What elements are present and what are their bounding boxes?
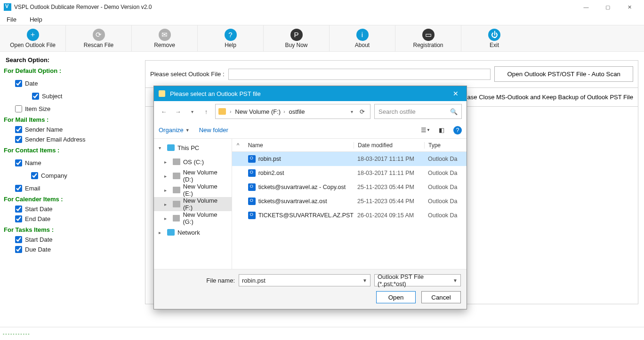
nav-up-button[interactable]: ↑: [201, 106, 211, 117]
nav-history-button[interactable]: ▾: [187, 106, 197, 117]
menu-help[interactable]: Help: [27, 15, 45, 24]
open-button[interactable]: Open: [376, 291, 416, 303]
cancel-button[interactable]: Cancel: [421, 291, 461, 303]
chk-company[interactable]: Company: [31, 172, 67, 179]
toolbar-remove[interactable]: ✉Remove: [132, 25, 198, 51]
toolbar-label: Registration: [413, 42, 443, 48]
dialog-close-button[interactable]: ✕: [450, 90, 462, 97]
toolbar-open-outlook-file[interactable]: ＋Open Outlook File: [0, 25, 66, 51]
tree-arrow-icon: ▸: [159, 230, 164, 235]
file-type: Outlook Da: [424, 184, 467, 190]
titlebar: VSPL Outlook Dublicate Remover - Demo Ve…: [0, 0, 644, 14]
chk-subject[interactable]: Subject: [32, 93, 62, 100]
menubar: File Help: [0, 14, 644, 25]
file-row[interactable]: robin.pst18-03-2017 11:11 PMOutlook Da: [232, 152, 467, 166]
new-folder-button[interactable]: New folder: [199, 127, 228, 134]
col-date[interactable]: Date modified: [354, 142, 424, 149]
group-task: For Tasks Items :: [4, 226, 136, 233]
menu-file[interactable]: File: [4, 15, 19, 24]
tree-item[interactable]: ▸Network: [154, 225, 232, 239]
search-icon: 🔍: [450, 108, 458, 115]
filetype-select[interactable]: Outlook PST File (*.pst;*ost)▼: [374, 274, 461, 286]
chk-cal-start[interactable]: Start Date: [15, 206, 136, 213]
chk-sender-email[interactable]: Sender Email Address: [15, 136, 136, 143]
chk-name[interactable]: Name: [15, 159, 41, 166]
auto-scan-button[interactable]: Open Outlook PST/OST File - Auto Scan: [494, 66, 633, 82]
organize-menu[interactable]: Organize ▼: [159, 127, 190, 134]
dialog-titlebar: Please select an Outlook PST file ✕: [154, 86, 467, 101]
file-row[interactable]: robin2.ost18-03-2017 11:11 PMOutlook Da: [232, 166, 467, 180]
toolbar: ＋Open Outlook File⟳Rescan File✉Remove?He…: [0, 25, 644, 52]
filename-label: File name:: [160, 277, 235, 284]
toolbar-label: Rescan File: [84, 42, 113, 48]
drive-icon: [173, 158, 180, 165]
tree-item[interactable]: ▸New Volume (F:): [154, 197, 232, 211]
toolbar-registration[interactable]: ▭Registration: [395, 25, 461, 51]
toolbar-about[interactable]: iAbout: [330, 25, 395, 51]
col-name[interactable]: Name: [244, 142, 354, 149]
minimize-button[interactable]: —: [575, 0, 597, 14]
file-row[interactable]: TICKETS@SUVARTRAVEL.AZ.PST26-01-2024 09:…: [232, 208, 467, 222]
col-type[interactable]: Type: [424, 142, 467, 149]
chevron-down-icon[interactable]: ▾: [351, 109, 353, 114]
file-row[interactable]: tickets@suvartravel.az.ost25-11-2023 05:…: [232, 194, 467, 208]
chevron-icon: ›: [230, 109, 231, 114]
breadcrumb[interactable]: › New Volume (F:)› ostfile ▾ ⟳: [215, 104, 370, 119]
file-type: Outlook Da: [424, 212, 467, 219]
toolbar-icon: ▭: [422, 29, 435, 41]
chk-cal-end[interactable]: End Date: [15, 215, 136, 222]
toolbar-buy-now[interactable]: PBuy Now: [264, 25, 330, 51]
tree-item[interactable]: ▾This PC: [154, 141, 232, 155]
view-mode-button[interactable]: ☰▼: [421, 126, 430, 134]
toolbar-icon: ?: [225, 29, 237, 41]
preview-pane-button[interactable]: ◧: [437, 126, 446, 134]
tree-label: New Volume (G:): [183, 211, 228, 225]
chk-task-due[interactable]: Due Date: [15, 246, 136, 253]
group-calendar: For Calender Items :: [4, 196, 136, 203]
chk-date[interactable]: Date: [15, 80, 38, 87]
chk-itemsize[interactable]: Item Size: [15, 105, 136, 112]
chevron-down-icon[interactable]: ▼: [453, 278, 458, 283]
chk-task-start[interactable]: Start Date: [15, 236, 136, 243]
file-path-box[interactable]: [228, 69, 491, 80]
file-row[interactable]: tickets@suvartravel.az - Copy.ost25-11-2…: [232, 180, 467, 194]
tree-item[interactable]: ▸New Volume (G:): [154, 211, 232, 225]
help-icon[interactable]: ?: [453, 126, 462, 134]
dialog-navbar: ← → ▾ ↑ › New Volume (F:)› ostfile ▾ ⟳ S…: [154, 101, 467, 122]
file-type: Outlook Da: [424, 198, 467, 205]
tree-item[interactable]: ▸New Volume (D:): [154, 169, 232, 183]
close-button[interactable]: ✕: [619, 0, 640, 14]
dialog-toolbar: Organize ▼ New folder ☰▼ ◧ ?: [154, 122, 467, 139]
chk-contact-email[interactable]: Email: [15, 185, 136, 192]
breadcrumb-folder[interactable]: ostfile: [289, 108, 305, 115]
file-name: TICKETS@SUVARTRAVEL.AZ.PST: [258, 212, 354, 219]
up-caret-icon[interactable]: ^: [232, 142, 244, 149]
breadcrumb-drive[interactable]: New Volume (F:)›: [235, 108, 285, 115]
nav-forward-button[interactable]: →: [173, 106, 183, 117]
chevron-down-icon[interactable]: ▼: [362, 278, 367, 283]
dialog-title: Please select an Outlook PST file: [170, 90, 450, 97]
tree-item[interactable]: ▸OS (C:): [154, 155, 232, 169]
chk-sender-name[interactable]: Sender Name: [15, 126, 136, 133]
search-option-legend: Search Option:: [4, 56, 51, 63]
file-date: 26-01-2024 09:15 AM: [354, 212, 424, 219]
nav-back-button[interactable]: ←: [159, 106, 169, 117]
warning-text: lease Close MS-Outlook and Keep Backup o…: [462, 94, 633, 101]
toolbar-help[interactable]: ?Help: [198, 25, 264, 51]
refresh-button[interactable]: ⟳: [357, 106, 367, 117]
maximize-button[interactable]: ▢: [597, 0, 619, 14]
toolbar-icon: ⟳: [93, 29, 105, 41]
tree-arrow-icon: ▸: [164, 188, 170, 193]
drive-icon: [173, 215, 180, 221]
filename-input[interactable]: robin.pst▼: [239, 274, 370, 286]
outlook-file-icon: [248, 169, 256, 177]
tree-item[interactable]: ▸New Volume (E:): [154, 183, 232, 197]
drive-icon: [173, 201, 180, 207]
group-mail: For Mail Items :: [4, 116, 136, 123]
search-box[interactable]: Search ostfile 🔍: [374, 104, 462, 119]
toolbar-label: Open Outlook File: [10, 42, 56, 48]
toolbar-exit[interactable]: ⏻Exit: [461, 25, 527, 51]
file-open-dialog: Please select an Outlook PST file ✕ ← → …: [153, 86, 467, 309]
status-dashes: -----------: [3, 331, 31, 336]
toolbar-rescan-file[interactable]: ⟳Rescan File: [66, 25, 132, 51]
